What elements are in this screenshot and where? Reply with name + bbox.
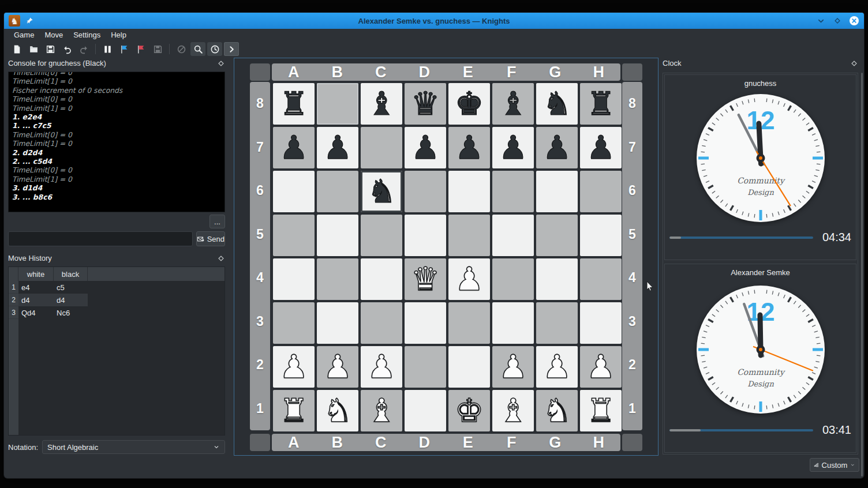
- board-square-c3[interactable]: [360, 301, 403, 345]
- propose-draw-button[interactable]: [117, 42, 132, 56]
- column-header-black[interactable]: black: [54, 267, 88, 281]
- console-toggle-button[interactable]: [224, 42, 239, 56]
- move-history-table[interactable]: whiteblack 1e4c52d4d43Qd4Nc6: [8, 266, 225, 436]
- board-square-f1[interactable]: ♝: [491, 389, 535, 433]
- board-square-e7[interactable]: ♟: [447, 126, 491, 170]
- board-square-a4[interactable]: [272, 257, 316, 301]
- new-game-button[interactable]: [9, 42, 24, 56]
- board-square-e4[interactable]: ♟: [447, 257, 491, 301]
- board-square-a3[interactable]: [272, 301, 316, 345]
- board-square-b7[interactable]: ♟: [316, 126, 360, 170]
- pause-button[interactable]: [100, 42, 115, 56]
- clock-toggle-button[interactable]: [207, 42, 222, 56]
- board-square-f2[interactable]: ♟: [491, 345, 535, 389]
- board-square-d7[interactable]: ♟: [403, 126, 447, 170]
- maximize-button[interactable]: [832, 16, 843, 26]
- board-square-f3[interactable]: [491, 301, 535, 345]
- move-history-row[interactable]: 2d4d4: [9, 294, 225, 306]
- board-square-h8[interactable]: ♜: [579, 82, 623, 126]
- engine-console-log[interactable]: TimeLimit[0] = 0TimeLimit[1] = 0Fischer …: [8, 72, 225, 212]
- board-square-b6[interactable]: [316, 170, 360, 213]
- board-square-d8[interactable]: ♛: [403, 82, 447, 126]
- console-more-button[interactable]: ...: [209, 215, 225, 228]
- board-square-a6[interactable]: [272, 170, 316, 213]
- board-square-b1[interactable]: ♞: [316, 389, 360, 433]
- board-square-c7[interactable]: [360, 126, 403, 170]
- menu-item-help[interactable]: Help: [106, 29, 132, 40]
- board-square-g3[interactable]: [535, 301, 579, 345]
- board-square-f6[interactable]: [491, 170, 535, 213]
- load-game-button[interactable]: [26, 42, 41, 56]
- column-header-white[interactable]: white: [18, 267, 54, 281]
- board-square-g7[interactable]: ♟: [535, 126, 579, 170]
- board-square-b5[interactable]: [316, 213, 360, 257]
- save-game-button[interactable]: [43, 42, 58, 56]
- board-square-a1[interactable]: ♜: [272, 389, 316, 433]
- black-move-cell[interactable]: d4: [54, 294, 88, 306]
- adjourn-button[interactable]: [150, 42, 165, 56]
- board-square-c2[interactable]: ♟: [360, 345, 403, 389]
- board-square-h6[interactable]: [579, 170, 623, 213]
- board-square-b3[interactable]: [316, 301, 360, 345]
- board-square-h1[interactable]: ♜: [579, 389, 623, 433]
- board-square-d5[interactable]: [403, 213, 447, 257]
- board-square-h2[interactable]: ♟: [579, 345, 623, 389]
- board-square-c4[interactable]: [360, 257, 403, 301]
- board-square-d6[interactable]: [403, 170, 447, 213]
- board-square-d2[interactable]: [403, 345, 447, 389]
- board-square-g2[interactable]: ♟: [535, 345, 579, 389]
- board-square-c8[interactable]: ♝: [360, 82, 403, 126]
- board-square-e5[interactable]: [447, 213, 491, 257]
- abort-button[interactable]: [174, 42, 189, 56]
- menu-item-game[interactable]: Game: [9, 29, 39, 40]
- close-button[interactable]: [849, 16, 859, 26]
- board-square-e6[interactable]: [447, 170, 491, 213]
- float-panel-icon[interactable]: [217, 59, 225, 67]
- board-square-f7[interactable]: ♟: [491, 126, 535, 170]
- board-square-e8[interactable]: ♚: [447, 82, 491, 126]
- board-square-f4[interactable]: [491, 257, 535, 301]
- board-square-e3[interactable]: [447, 301, 491, 345]
- board-square-d1[interactable]: [403, 389, 447, 433]
- white-move-cell[interactable]: e4: [18, 281, 54, 294]
- menu-item-settings[interactable]: Settings: [68, 29, 106, 40]
- menu-item-move[interactable]: Move: [39, 29, 68, 40]
- redo-button[interactable]: [76, 42, 91, 56]
- board-square-h7[interactable]: ♟: [579, 126, 623, 170]
- white-move-cell[interactable]: d4: [18, 294, 54, 306]
- console-scrollbar[interactable]: [861, 73, 863, 476]
- board-square-a7[interactable]: ♟: [272, 126, 316, 170]
- move-history-row[interactable]: 1e4c5: [9, 281, 225, 294]
- board-square-g8[interactable]: ♞: [535, 82, 579, 126]
- titlebar[interactable]: ♞ Alexander Semke vs. gnuchess — Knights: [4, 13, 864, 29]
- board-square-c6[interactable]: ♞: [360, 170, 403, 213]
- board-square-h3[interactable]: [579, 301, 623, 345]
- board-square-c5[interactable]: [360, 213, 403, 257]
- zoom-toggle-button[interactable]: [190, 42, 205, 56]
- board-square-c1[interactable]: ♝: [360, 389, 403, 433]
- move-history-row[interactable]: 3Qd4Nc6: [9, 306, 225, 319]
- board-square-h5[interactable]: [579, 213, 623, 257]
- white-move-cell[interactable]: Qd4: [18, 306, 54, 319]
- board-square-a5[interactable]: [272, 213, 316, 257]
- board-square-d4[interactable]: ♛: [403, 257, 447, 301]
- board-square-d3[interactable]: [403, 301, 447, 345]
- board-square-e1[interactable]: ♚: [447, 389, 491, 433]
- board-square-e2[interactable]: [447, 345, 491, 389]
- float-panel-icon[interactable]: [217, 254, 225, 262]
- board-square-g6[interactable]: [535, 170, 579, 213]
- console-command-input[interactable]: [8, 231, 193, 246]
- send-button[interactable]: Send: [196, 231, 225, 246]
- board-square-a8[interactable]: ♜: [272, 82, 316, 126]
- board-square-g1[interactable]: ♞: [535, 389, 579, 433]
- board-theme-select[interactable]: Custom: [810, 458, 859, 472]
- board-square-b4[interactable]: [316, 257, 360, 301]
- board-square-b2[interactable]: ♟: [316, 345, 360, 389]
- board-square-a2[interactable]: ♟: [272, 345, 316, 389]
- board-square-h4[interactable]: [579, 257, 623, 301]
- board-square-g5[interactable]: [535, 213, 579, 257]
- resign-button[interactable]: [133, 42, 148, 56]
- board-square-f5[interactable]: [491, 213, 535, 257]
- black-move-cell[interactable]: c5: [54, 281, 88, 294]
- notation-select[interactable]: Short Algebraic: [42, 440, 225, 454]
